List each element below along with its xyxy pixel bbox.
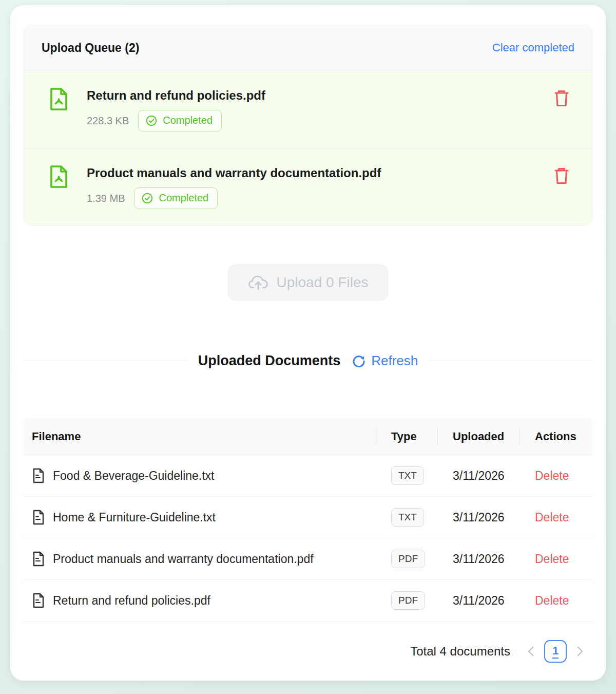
delete-queue-item-button[interactable] [552, 165, 571, 187]
queue-item-meta: 1.39 MB Completed [87, 187, 552, 209]
delete-document-link[interactable]: Delete [535, 552, 569, 566]
pagination-page-number: 1 [552, 644, 559, 658]
filename-text: Food & Beverage-Guideline.txt [53, 469, 215, 483]
cell-filename: Product manuals and warranty documentati… [24, 551, 383, 567]
chevron-right-icon [576, 646, 584, 657]
file-type-tag: TXT [391, 508, 424, 527]
pagination: Total 4 documents 1 [24, 640, 592, 663]
upload-button-label: Upload 0 Files [277, 274, 369, 291]
cell-filename: Food & Beverage-Guideline.txt [24, 468, 383, 483]
queue-item-filename: Return and refund policies.pdf [87, 88, 552, 103]
cell-type: PDF [383, 550, 445, 568]
uploaded-date: 3/11/2026 [453, 511, 505, 524]
cell-type: TXT [383, 466, 445, 485]
upload-queue-header: Upload Queue (2) Clear completed [24, 25, 592, 71]
uploaded-date: 3/11/2026 [453, 552, 505, 566]
chevron-left-icon [527, 646, 535, 657]
table-row: Return and refund policies.pdf PDF 3/11/… [24, 580, 592, 622]
cell-uploaded: 3/11/2026 [445, 552, 527, 566]
pdf-file-icon [48, 165, 69, 189]
queue-item-info: Return and refund policies.pdf 228.3 KB … [87, 86, 552, 132]
cell-uploaded: 3/11/2026 [445, 469, 527, 483]
delete-queue-item-button[interactable] [552, 87, 571, 109]
divider-line [24, 361, 187, 361]
filename-text: Return and refund policies.pdf [53, 594, 210, 608]
filename-text: Home & Furniture-Guideline.txt [53, 511, 216, 524]
clear-completed-link[interactable]: Clear completed [492, 41, 574, 54]
cell-uploaded: 3/11/2026 [445, 511, 527, 524]
queue-item-row: Return and refund policies.pdf 228.3 KB … [24, 71, 592, 148]
table-row: Home & Furniture-Guideline.txt TXT 3/11/… [24, 497, 592, 538]
queue-item-size: 228.3 KB [87, 115, 129, 127]
queue-item-meta: 228.3 KB Completed [87, 110, 552, 132]
file-type-tag: PDF [391, 550, 425, 568]
uploaded-documents-divider: Uploaded Documents Refresh [24, 353, 592, 369]
pagination-total: Total 4 documents [410, 644, 510, 659]
status-badge: Completed [138, 110, 222, 132]
column-header-actions: Actions [527, 430, 592, 443]
column-header-uploaded: Uploaded [445, 430, 527, 443]
delete-document-link[interactable]: Delete [535, 594, 569, 608]
cell-type: PDF [383, 591, 445, 610]
refresh-icon [352, 354, 366, 368]
cell-actions: Delete [527, 469, 592, 483]
queue-item-row: Product manuals and warranty documentati… [24, 148, 592, 225]
uploaded-date: 3/11/2026 [453, 594, 505, 607]
check-circle-icon [142, 193, 153, 204]
upload-queue-panel: Upload Queue (2) Clear completed Return … [24, 25, 592, 226]
pagination-next-button[interactable] [574, 644, 586, 659]
uploaded-date: 3/11/2026 [453, 469, 505, 482]
trash-icon [554, 89, 569, 107]
cell-filename: Return and refund policies.pdf [24, 593, 383, 608]
column-header-type: Type [383, 430, 445, 443]
upload-button-container: Upload 0 Files [24, 265, 592, 301]
delete-document-link[interactable]: Delete [535, 511, 569, 524]
delete-document-link[interactable]: Delete [535, 469, 569, 483]
filename-text: Product manuals and warranty documentati… [53, 552, 314, 566]
file-text-icon [32, 593, 45, 608]
refresh-label: Refresh [371, 353, 418, 369]
divider-line [429, 361, 592, 361]
status-badge-label: Completed [159, 192, 208, 204]
uploaded-documents-title: Uploaded Documents [198, 353, 341, 369]
file-type-tag: PDF [391, 591, 425, 610]
documents-table: Filename Type Uploaded Actions Food & Be… [24, 418, 592, 622]
cloud-upload-icon [248, 274, 268, 291]
cell-actions: Delete [527, 511, 592, 524]
cell-type: TXT [383, 508, 445, 527]
file-type-tag: TXT [391, 466, 424, 485]
main-card: Upload Queue (2) Clear completed Return … [10, 5, 606, 681]
column-header-filename: Filename [24, 430, 383, 443]
table-row: Product manuals and warranty documentati… [24, 538, 592, 580]
upload-files-button[interactable]: Upload 0 Files [228, 265, 389, 301]
cell-uploaded: 3/11/2026 [445, 594, 527, 608]
status-badge-label: Completed [163, 115, 213, 126]
status-badge: Completed [134, 187, 218, 209]
pagination-prev-button[interactable] [525, 644, 537, 659]
check-circle-icon [146, 115, 157, 126]
pagination-page-1[interactable]: 1 [544, 640, 567, 663]
cell-actions: Delete [527, 594, 592, 608]
file-text-icon [32, 551, 45, 567]
cell-actions: Delete [527, 552, 592, 566]
queue-item-filename: Product manuals and warranty documentati… [87, 166, 552, 180]
cell-filename: Home & Furniture-Guideline.txt [24, 510, 383, 525]
upload-queue-title: Upload Queue (2) [42, 41, 139, 55]
pdf-file-icon [48, 87, 69, 111]
refresh-button[interactable]: Refresh [352, 353, 418, 369]
trash-icon [554, 167, 569, 185]
table-row: Food & Beverage-Guideline.txt TXT 3/11/2… [24, 455, 592, 497]
table-header-row: Filename Type Uploaded Actions [24, 418, 592, 455]
queue-item-info: Product manuals and warranty documentati… [87, 164, 552, 209]
file-text-icon [32, 510, 45, 525]
queue-item-size: 1.39 MB [87, 193, 125, 204]
file-text-icon [32, 468, 45, 483]
